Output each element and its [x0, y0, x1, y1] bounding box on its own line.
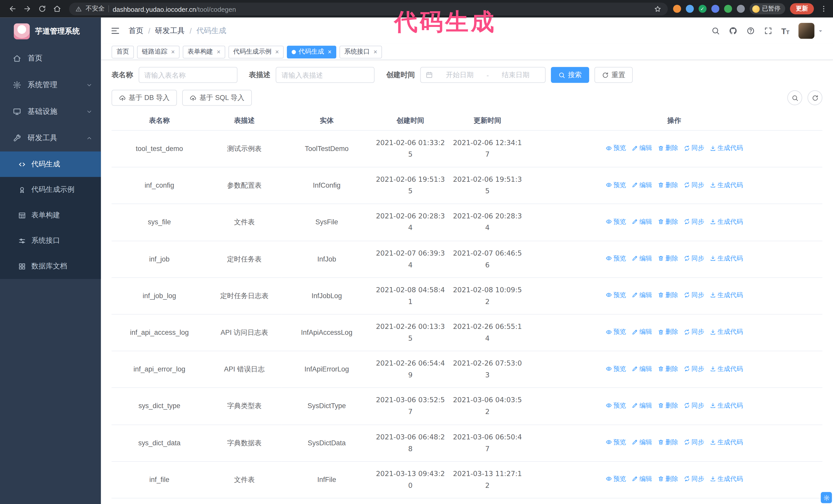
row-action-edit[interactable]: 编辑 [631, 474, 652, 484]
tab-code-generation[interactable]: 代码生成 × [287, 45, 336, 58]
row-action-delete[interactable]: 删除 [658, 290, 678, 301]
tab-codegen-example[interactable]: 代码生成示例 × [229, 45, 284, 58]
sidebar-item-code-generation-example[interactable]: 代码生成示例 [0, 177, 101, 202]
row-action-delete[interactable]: 删除 [658, 437, 678, 448]
app-logo[interactable]: 芋道管理系统 [0, 18, 101, 45]
row-action-edit[interactable]: 编辑 [631, 253, 652, 264]
row-action-sync[interactable]: 同步 [684, 216, 704, 227]
user-avatar-menu[interactable] [799, 23, 823, 39]
paused-extension-badge[interactable]: 已暂停 [749, 3, 785, 14]
close-icon[interactable]: × [328, 49, 332, 55]
row-action-edit[interactable]: 编辑 [631, 437, 652, 448]
row-action-generate-code[interactable]: 生成代码 [710, 216, 743, 227]
row-action-sync[interactable]: 同步 [684, 437, 704, 448]
reset-button[interactable]: 重置 [594, 67, 633, 83]
row-action-delete[interactable]: 删除 [658, 474, 678, 484]
bookmark-star-icon[interactable] [653, 5, 661, 13]
breadcrumb-dev-tools[interactable]: 研发工具 [155, 26, 185, 35]
row-action-preview[interactable]: 预览 [605, 216, 626, 227]
browser-menu-kebab-icon[interactable] [820, 5, 828, 13]
browser-home-button[interactable] [50, 2, 64, 16]
row-action-sync[interactable]: 同步 [684, 143, 704, 153]
address-bar[interactable]: 不安全 dashboard.yudao.iocoder.cn/tool/code… [69, 2, 667, 15]
table-desc-input[interactable] [276, 67, 375, 83]
row-action-edit[interactable]: 编辑 [631, 143, 652, 153]
browser-forward-button[interactable] [20, 2, 34, 16]
row-action-edit[interactable]: 编辑 [631, 326, 652, 337]
close-icon[interactable]: × [171, 49, 175, 55]
close-icon[interactable]: × [374, 49, 377, 55]
tab-form-builder[interactable]: 表单构建 × [183, 45, 225, 58]
row-action-delete[interactable]: 删除 [658, 326, 678, 337]
close-icon[interactable]: × [275, 49, 279, 55]
browser-reload-button[interactable] [35, 2, 49, 16]
row-action-sync[interactable]: 同步 [684, 363, 704, 374]
help-icon[interactable] [746, 27, 755, 35]
close-icon[interactable]: × [217, 49, 221, 55]
row-action-preview[interactable]: 预览 [605, 363, 626, 374]
row-action-sync[interactable]: 同步 [684, 253, 704, 264]
row-action-preview[interactable]: 预览 [605, 400, 626, 411]
row-action-preview[interactable]: 预览 [605, 179, 626, 190]
sidebar-item-infrastructure[interactable]: 基础设施 [0, 98, 101, 125]
row-action-generate-code[interactable]: 生成代码 [710, 179, 743, 190]
breadcrumb-home[interactable]: 首页 [129, 26, 144, 35]
sidebar-item-system-management[interactable]: 系统管理 [0, 72, 101, 98]
row-action-delete[interactable]: 删除 [658, 143, 678, 153]
row-action-preview[interactable]: 预览 [605, 474, 626, 484]
row-action-edit[interactable]: 编辑 [631, 363, 652, 374]
date-range-picker[interactable]: 开始日期 - 结束日期 [420, 67, 546, 83]
row-action-preview[interactable]: 预览 [605, 437, 626, 448]
row-action-edit[interactable]: 编辑 [631, 290, 652, 301]
refresh-table-button[interactable] [808, 90, 823, 105]
extension-icon[interactable] [724, 5, 732, 13]
row-action-generate-code[interactable]: 生成代码 [710, 363, 743, 374]
browser-back-button[interactable] [5, 2, 19, 16]
row-action-preview[interactable]: 预览 [605, 143, 626, 153]
row-action-edit[interactable]: 编辑 [631, 179, 652, 190]
extension-icon[interactable] [686, 5, 694, 13]
sidebar-item-code-generation[interactable]: 代码生成 [0, 151, 101, 177]
row-action-generate-code[interactable]: 生成代码 [710, 253, 743, 264]
row-action-generate-code[interactable]: 生成代码 [710, 143, 743, 153]
row-action-sync[interactable]: 同步 [684, 326, 704, 337]
search-button[interactable]: 搜索 [551, 67, 589, 83]
font-size-icon[interactable]: TT [781, 27, 789, 35]
row-action-preview[interactable]: 预览 [605, 290, 626, 301]
import-sql-button[interactable]: 基于 SQL 导入 [183, 90, 252, 105]
sidebar-item-database-docs[interactable]: 数据库文档 [0, 254, 101, 279]
row-action-sync[interactable]: 同步 [684, 290, 704, 301]
floating-settings-button[interactable] [821, 492, 832, 503]
row-action-delete[interactable]: 删除 [658, 253, 678, 264]
row-action-generate-code[interactable]: 生成代码 [710, 437, 743, 448]
row-action-edit[interactable]: 编辑 [631, 400, 652, 411]
row-action-sync[interactable]: 同步 [684, 400, 704, 411]
sidebar-item-dev-tools[interactable]: 研发工具 [0, 125, 101, 151]
row-action-edit[interactable]: 编辑 [631, 216, 652, 227]
row-action-sync[interactable]: 同步 [684, 474, 704, 484]
sidebar-item-system-api[interactable]: 系统接口 [0, 228, 101, 253]
sidebar-item-form-builder[interactable]: 表单构建 [0, 202, 101, 228]
extension-icon[interactable] [711, 5, 719, 13]
github-icon[interactable] [729, 27, 737, 35]
row-action-generate-code[interactable]: 生成代码 [710, 474, 743, 484]
row-action-delete[interactable]: 删除 [658, 179, 678, 190]
table-name-input[interactable] [138, 67, 237, 83]
extension-icon[interactable]: ✓ [698, 5, 706, 13]
row-action-preview[interactable]: 预览 [605, 326, 626, 337]
puzzle-extensions-icon[interactable] [737, 5, 744, 13]
row-action-generate-code[interactable]: 生成代码 [710, 326, 743, 337]
row-action-delete[interactable]: 删除 [658, 363, 678, 374]
row-action-generate-code[interactable]: 生成代码 [710, 290, 743, 301]
tab-trace[interactable]: 链路追踪 × [137, 45, 180, 58]
row-action-delete[interactable]: 删除 [658, 400, 678, 411]
tab-system-api[interactable]: 系统接口 × [340, 45, 382, 58]
sidebar-item-home[interactable]: 首页 [0, 45, 101, 72]
browser-update-button[interactable]: 更新 [790, 3, 814, 14]
tab-home[interactable]: 首页 [112, 45, 134, 58]
import-db-button[interactable]: 基于 DB 导入 [112, 90, 177, 105]
row-action-preview[interactable]: 预览 [605, 253, 626, 264]
extension-icon[interactable] [673, 5, 681, 13]
row-action-delete[interactable]: 删除 [658, 216, 678, 227]
toggle-search-button[interactable] [787, 90, 802, 105]
